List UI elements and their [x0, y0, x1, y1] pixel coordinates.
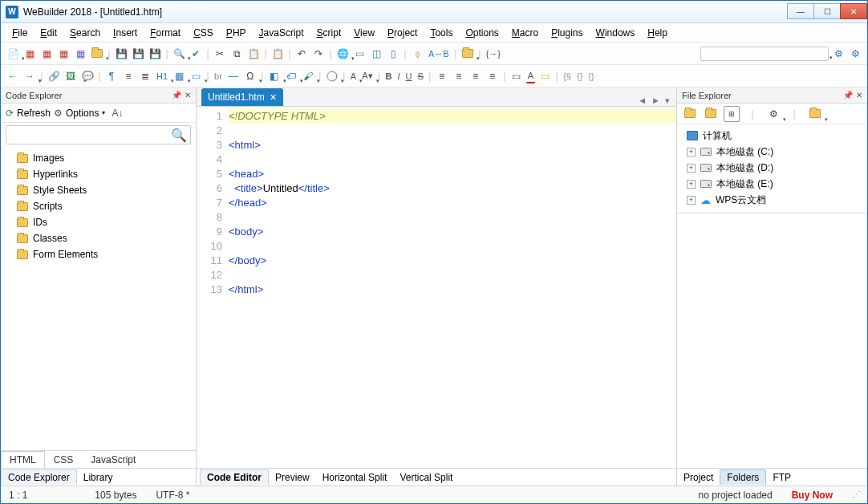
status-encoding[interactable]: UTF-8 * [156, 490, 189, 501]
tree-drive[interactable]: +本地磁盘 (C:) [682, 144, 862, 160]
clipboard-icon[interactable]: 📋 [270, 47, 285, 61]
search-input[interactable] [10, 129, 171, 140]
code-explorer-search[interactable]: 🔍 [6, 125, 191, 144]
close-panel-icon[interactable]: ✕ [856, 91, 862, 100]
editor-tab-active[interactable]: Untitled1.htm ✕ [201, 88, 283, 106]
fontsize-icon[interactable]: A▾ [360, 69, 374, 83]
tree-item[interactable]: IDs [6, 214, 191, 230]
validate-icon[interactable]: ⎀ [410, 47, 424, 61]
buy-now-link[interactable]: Buy Now [792, 490, 833, 501]
macro-select[interactable] [700, 47, 829, 61]
forward-icon[interactable]: → [22, 69, 37, 83]
tree-item[interactable]: Images [6, 150, 191, 166]
view-tab[interactable]: Horizontal Split [316, 470, 394, 485]
table-icon[interactable]: ▦ [172, 69, 186, 83]
paragraph-icon[interactable]: ¶ [104, 69, 119, 83]
menu-format[interactable]: Format [145, 26, 185, 40]
tree-root[interactable]: 计算机 [682, 128, 862, 144]
menu-script[interactable]: Script [312, 26, 347, 40]
new-file-icon[interactable]: 📄 [6, 47, 20, 61]
close-panel-icon[interactable]: ✕ [185, 91, 191, 100]
brace-open-icon[interactable]: {§ [562, 69, 573, 83]
tree-item[interactable]: Style Sheets [6, 182, 191, 198]
search-icon[interactable]: 🔍 [171, 128, 187, 143]
refresh-button[interactable]: Refresh [17, 108, 51, 119]
align-left-icon[interactable]: ≡ [435, 69, 449, 83]
view-tab[interactable]: Code Editor [200, 469, 269, 485]
tree-item[interactable]: Form Elements [6, 246, 191, 262]
folder-up-icon[interactable] [682, 106, 698, 122]
underline-icon[interactable]: U [404, 69, 414, 83]
brace-close-icon[interactable]: {} [586, 69, 595, 83]
comment-icon[interactable]: 💬 [80, 69, 95, 83]
lang-tab-html[interactable]: HTML [1, 451, 45, 468]
expander-icon[interactable]: + [687, 148, 696, 156]
braces-icon[interactable]: {} [575, 69, 584, 83]
menu-css[interactable]: CSS [189, 26, 218, 40]
vsplit-icon[interactable]: ▯ [386, 47, 400, 61]
font-icon[interactable]: A [349, 69, 358, 83]
open-php-icon[interactable]: ▦ [73, 47, 87, 61]
bottom-tab[interactable]: Code Explorer [1, 469, 77, 485]
tree-drive[interactable]: +本地磁盘 (E:) [682, 176, 862, 192]
menu-options[interactable]: Options [460, 26, 503, 40]
menu-insert[interactable]: Insert [108, 26, 142, 40]
italic-icon[interactable]: I [395, 69, 401, 83]
omega-icon[interactable]: Ω [243, 69, 258, 83]
css-style-icon[interactable]: ◧ [267, 69, 282, 83]
br-icon[interactable]: br [213, 69, 224, 83]
fe-tab[interactable]: Project [677, 470, 720, 485]
menu-macro[interactable]: Macro [507, 26, 543, 40]
menu-windows[interactable]: Windows [591, 26, 640, 40]
form-icon[interactable]: ▭ [189, 69, 203, 83]
run-macro-icon[interactable]: ⚙ [831, 47, 846, 61]
tab-close-icon[interactable]: ✕ [270, 92, 277, 103]
list-ol-icon[interactable]: ≡ [121, 69, 136, 83]
menu-php[interactable]: PHP [221, 26, 251, 40]
tree-drive[interactable]: +本地磁盘 (D:) [682, 160, 862, 176]
menu-edit[interactable]: Edit [35, 26, 62, 40]
tag-icon[interactable]: 🏷 [284, 69, 298, 83]
resize-grip[interactable]: ⋰ [852, 490, 859, 500]
copy-icon[interactable]: ⧉ [229, 47, 244, 61]
highlight-icon[interactable]: ▭ [537, 69, 552, 83]
colorpicker-icon[interactable] [325, 69, 339, 83]
tree-item[interactable]: Classes [6, 230, 191, 246]
list-ul-icon[interactable]: ≣ [138, 69, 152, 83]
back-icon[interactable]: ← [6, 69, 20, 83]
menu-file[interactable]: File [7, 26, 32, 40]
code-editor[interactable]: 12345678910111213 <!DOCTYPE HTML> <html>… [197, 107, 676, 468]
bottom-tab[interactable]: Library [77, 470, 120, 485]
paste-icon[interactable]: 📋 [246, 47, 261, 61]
menu-plugins[interactable]: Plugins [546, 26, 587, 40]
open-folder-icon[interactable] [90, 47, 104, 61]
preview-icon[interactable]: ▭ [352, 47, 367, 61]
tree-cloud[interactable]: + ☁ WPS云文档 [682, 192, 862, 208]
lang-tab-css[interactable]: CSS [45, 451, 83, 468]
goto-icon[interactable]: {→} [485, 47, 502, 61]
menu-tools[interactable]: Tools [425, 26, 457, 40]
close-button[interactable]: ✕ [840, 3, 867, 19]
fontcolor-icon[interactable]: A [526, 69, 535, 83]
save-all-icon[interactable]: 💾 [131, 47, 145, 61]
open-file-icon[interactable]: ▦ [22, 47, 37, 61]
replace-icon[interactable]: A↔B [427, 47, 451, 61]
menu-search[interactable]: Search [65, 26, 105, 40]
heading-icon[interactable]: H1 [155, 69, 169, 83]
strike-icon[interactable]: S [416, 69, 425, 83]
link-icon[interactable]: 🔗 [47, 69, 61, 83]
sort-icon[interactable]: A↓ [112, 108, 123, 119]
align-center-icon[interactable]: ≡ [452, 69, 466, 83]
pin-icon[interactable]: 📌 [172, 91, 181, 100]
find-icon[interactable]: 🔍 [172, 47, 186, 61]
code-area[interactable]: <!DOCTYPE HTML> <html> <head> <title>Unt… [229, 107, 676, 468]
cut-icon[interactable]: ✂ [213, 47, 227, 61]
open-css-icon[interactable]: ▦ [39, 47, 54, 61]
minimize-button[interactable]: — [787, 3, 814, 19]
options-button[interactable]: Options [66, 108, 99, 119]
tree-item[interactable]: Scripts [6, 198, 191, 214]
split-icon[interactable]: ◫ [369, 47, 383, 61]
tab-next-icon[interactable]: ► [651, 96, 660, 106]
undo-icon[interactable]: ↶ [294, 47, 309, 61]
indent-icon[interactable]: ▭ [509, 69, 524, 83]
